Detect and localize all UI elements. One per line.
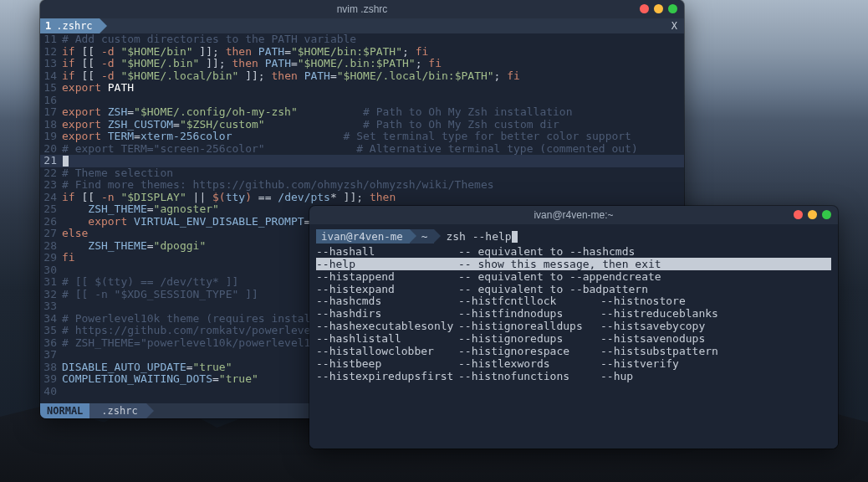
- completion-option: --histappend: [316, 271, 458, 283]
- terminal-titlebar[interactable]: ivan@r4ven-me:~: [309, 206, 838, 224]
- completion-item[interactable]: --histignorespace: [458, 346, 600, 358]
- code-text: export PATH: [62, 82, 684, 94]
- close-icon[interactable]: [794, 210, 803, 219]
- completion-item[interactable]: --histallowclobber: [316, 346, 458, 358]
- line-number: 20: [40, 143, 62, 155]
- completion-item[interactable]: --histsavenodups: [600, 333, 743, 346]
- completion-item[interactable]: --hashlistall: [316, 333, 458, 346]
- completion-columns: --hashcmds--hashdirs--hashexecutablesonl…: [316, 295, 831, 383]
- completion-item[interactable]: --histverify: [600, 358, 743, 371]
- nvim-titlebar[interactable]: nvim .zshrc: [40, 0, 684, 18]
- completion-item[interactable]: --histbeep: [316, 358, 458, 371]
- completion-item[interactable]: --histlexwords: [458, 358, 600, 371]
- status-filename: .zshrc: [89, 403, 146, 418]
- terminal-window: ivan@r4ven-me:~ ivan@r4ven-me ~ zsh --he…: [309, 206, 838, 449]
- code-line: 14if [[ -d "$HOME/.local/bin" ]]; then P…: [40, 70, 684, 83]
- line-number: 39: [40, 373, 62, 385]
- code-line: 21: [40, 155, 684, 167]
- code-text: export ZSH_CUSTOM="$ZSH/custom" # Path t…: [62, 119, 684, 131]
- window-controls: [640, 4, 677, 13]
- text-cursor-icon: [512, 231, 518, 243]
- code-line: 19export TERM=xterm-256color # Set termi…: [40, 131, 684, 143]
- code-line: 11# Add custom directories to the PATH v…: [40, 33, 684, 46]
- completion-column: --hashcmds--hashdirs--hashexecutablesonl…: [316, 295, 458, 383]
- completion-item[interactable]: --hashall-- equivalent to --hashcmds: [316, 245, 831, 258]
- terminal-body[interactable]: ivan@r4ven-me ~ zsh --help --hashall-- e…: [309, 224, 838, 449]
- line-number: 11: [40, 33, 62, 45]
- command-input[interactable]: zsh --help: [434, 229, 517, 244]
- completion-item[interactable]: --histignoredups: [458, 333, 600, 346]
- line-number: 37: [40, 349, 62, 361]
- tab-number: 1: [45, 20, 51, 32]
- maximize-icon[interactable]: [668, 4, 677, 13]
- line-number: 33: [40, 300, 62, 312]
- code-line: 15export PATH: [40, 82, 684, 95]
- line-number: 18: [40, 119, 62, 131]
- line-number: 24: [40, 192, 62, 203]
- completion-item[interactable]: --histnofunctions: [458, 371, 600, 383]
- completion-item[interactable]: --histnostore: [600, 295, 743, 308]
- code-text: if [[ -n "$DISPLAY" || $(tty) == /dev/pt…: [62, 192, 684, 203]
- tab-close-button[interactable]: X: [665, 18, 684, 33]
- code-line: 16: [40, 95, 684, 107]
- line-number: 16: [40, 95, 62, 106]
- code-text: # Add custom directories to the PATH var…: [62, 33, 684, 45]
- code-text: if [[ -d "$HOME/bin" ]]; then PATH="$HOM…: [62, 46, 684, 58]
- line-number: 38: [40, 362, 62, 373]
- completion-description: -- show this message, then exit: [458, 259, 831, 270]
- completion-option: --hashall: [316, 246, 458, 258]
- completion-item[interactable]: --histappend-- equivalent to --appendcre…: [316, 270, 831, 283]
- code-text: [62, 155, 684, 167]
- completion-option: --help: [316, 259, 458, 270]
- code-text: # Find more themes: https://github.com/o…: [62, 179, 684, 191]
- code-line: 22# Theme selection: [40, 167, 684, 180]
- completion-item[interactable]: --histignorealldups: [458, 320, 600, 333]
- code-text: export ZSH="$HOME/.config/oh-my-zsh" # P…: [62, 106, 684, 118]
- completion-menu[interactable]: --hashall-- equivalent to --hashcmds--he…: [316, 245, 831, 383]
- completion-item[interactable]: --hashcmds: [316, 295, 458, 308]
- completion-item[interactable]: --histexpiredupsfirst: [316, 371, 458, 383]
- nvim-tab[interactable]: 1 .zshrc: [40, 18, 100, 33]
- code-text: if [[ -d "$HOME/.local/bin" ]]; then PAT…: [62, 70, 684, 82]
- code-line: 17export ZSH="$HOME/.config/oh-my-zsh" #…: [40, 106, 684, 119]
- line-number: 15: [40, 82, 62, 94]
- line-number: 40: [40, 386, 62, 397]
- line-number: 22: [40, 167, 62, 179]
- completion-description: -- equivalent to --badpattern: [458, 284, 831, 295]
- completion-item[interactable]: --histfcntllock: [458, 295, 600, 308]
- completion-item[interactable]: --hup: [600, 371, 743, 383]
- maximize-icon[interactable]: [822, 210, 831, 219]
- line-number: 26: [40, 216, 62, 228]
- line-number: 25: [40, 203, 62, 215]
- line-number: 29: [40, 252, 62, 264]
- line-number: 13: [40, 58, 62, 69]
- close-icon[interactable]: [640, 4, 649, 13]
- code-line: 18export ZSH_CUSTOM="$ZSH/custom" # Path…: [40, 119, 684, 131]
- completion-item[interactable]: --help-- show this message, then exit: [316, 258, 831, 270]
- completion-item[interactable]: --histreduceblanks: [600, 308, 743, 320]
- completion-item[interactable]: --hashdirs: [316, 308, 458, 320]
- line-number: 21: [40, 155, 62, 167]
- completion-item[interactable]: --histexpand-- equivalent to --badpatter…: [316, 283, 831, 295]
- line-number: 23: [40, 179, 62, 191]
- code-text: # export TERM="screen-256color" # Altern…: [62, 143, 684, 155]
- completion-item[interactable]: --histfindnodups: [458, 308, 600, 320]
- line-number: 32: [40, 289, 62, 300]
- code-text: if [[ -d "$HOME/.bin" ]]; then PATH="$HO…: [62, 58, 684, 69]
- completion-description: -- equivalent to --appendcreate: [458, 271, 831, 283]
- minimize-icon[interactable]: [654, 4, 663, 13]
- minimize-icon[interactable]: [808, 210, 817, 219]
- nvim-title: nvim .zshrc: [40, 3, 684, 15]
- completion-option: --histexpand: [316, 284, 458, 295]
- completion-description: -- equivalent to --hashcmds: [458, 246, 831, 258]
- line-number: 36: [40, 337, 62, 349]
- code-line: 20# export TERM="screen-256color" # Alte…: [40, 143, 684, 156]
- completion-item[interactable]: --histsubstpattern: [600, 346, 743, 358]
- completion-item[interactable]: --histsavebycopy: [600, 320, 743, 333]
- line-number: 28: [40, 240, 62, 252]
- tab-filename: .zshrc: [56, 20, 92, 32]
- completion-item[interactable]: --hashexecutablesonly: [316, 320, 458, 333]
- code-line: 13if [[ -d "$HOME/.bin" ]]; then PATH="$…: [40, 58, 684, 70]
- line-number: 30: [40, 264, 62, 276]
- line-number: 12: [40, 46, 62, 58]
